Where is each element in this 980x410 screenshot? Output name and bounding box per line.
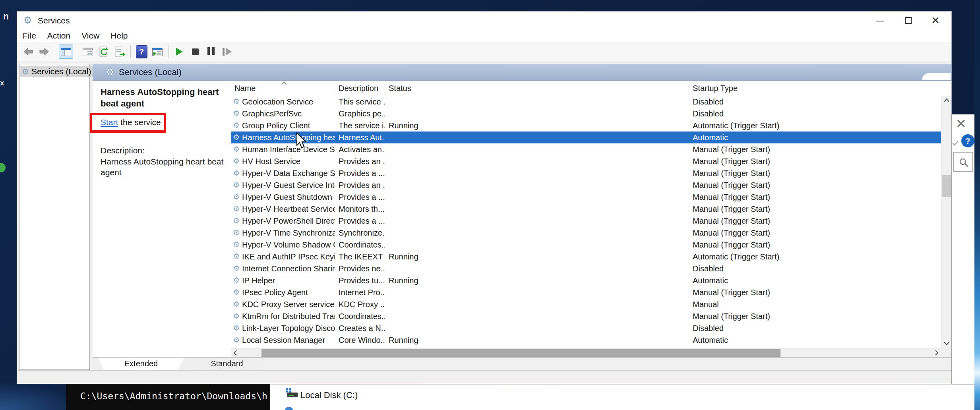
- service-startup-type: Manual (Trigger Start): [689, 143, 941, 155]
- service-description: This service ...: [335, 96, 385, 108]
- service-row[interactable]: ⚙Hyper-V Data Exchange Ser... Provides a…: [231, 167, 941, 179]
- help-button[interactable]: ?: [134, 44, 149, 59]
- service-name: GraphicsPerfSvc: [242, 108, 302, 120]
- service-row[interactable]: ⚙Hyper-V Guest Service Inter... Provides…: [231, 179, 941, 191]
- service-row[interactable]: ⚙Hyper-V PowerShell Direct ... Provides …: [231, 215, 941, 227]
- service-gear-icon: ⚙: [233, 334, 240, 346]
- service-name: Link-Layer Topology Discov...: [242, 322, 335, 334]
- tree-item-services-local[interactable]: ⚙ Services (Local): [20, 66, 95, 77]
- terminal-window[interactable]: C:\Users\Administrator\Downloads\harn: [66, 384, 270, 410]
- service-startup-type: Automatic (Trigger Start): [689, 251, 941, 263]
- scroll-down-icon[interactable]: [943, 342, 950, 346]
- service-row[interactable]: ⚙IPsec Policy Agent Internet Pro... Manu…: [231, 286, 941, 298]
- console-tree-icon: [61, 48, 71, 56]
- tab-standard[interactable]: Standard: [187, 358, 267, 370]
- horizontal-scroll-thumb[interactable]: [261, 349, 781, 357]
- properties-button[interactable]: [81, 44, 95, 59]
- pause-service-button[interactable]: [204, 44, 218, 59]
- scroll-right-icon[interactable]: [935, 350, 939, 356]
- column-header-name[interactable]: Name: [231, 81, 335, 96]
- refresh-button[interactable]: [97, 44, 111, 59]
- service-name: Hyper-V Guest Shutdown S...: [242, 191, 335, 203]
- maximize-button[interactable]: [894, 12, 923, 30]
- service-name: Hyper-V Heartbeat Service: [242, 203, 335, 215]
- desktop-icon-fragment: [0, 163, 6, 172]
- stop-service-button[interactable]: [188, 44, 202, 59]
- service-status: [385, 179, 689, 191]
- service-name: KDC Proxy Server service (K...: [242, 298, 335, 310]
- start-service-button[interactable]: [172, 44, 186, 59]
- service-name: Hyper-V Volume Shadow C...: [242, 239, 335, 251]
- service-row[interactable]: ⚙GraphicsPerfSvc Graphics pe... Disabled: [231, 108, 941, 120]
- service-name: Internet Connection Sharin...: [242, 263, 335, 275]
- column-header-status[interactable]: Status: [385, 81, 689, 96]
- extended-view-button[interactable]: [150, 44, 165, 59]
- service-row[interactable]: ⚙Hyper-V Time Synchronizati... Synchroni…: [231, 227, 941, 239]
- service-row[interactable]: ⚙Group Policy Client The service i... Ru…: [231, 120, 941, 132]
- service-row[interactable]: ⚙KDC Proxy Server service (K... KDC Prox…: [231, 298, 941, 310]
- service-status: Running: [385, 334, 689, 346]
- help-icon[interactable]: ?: [961, 134, 974, 147]
- service-description: Creates a N...: [335, 322, 385, 334]
- menu-file[interactable]: File: [17, 31, 42, 41]
- service-row[interactable]: ⚙Link-Layer Topology Discov... Creates a…: [231, 322, 941, 334]
- scroll-left-icon[interactable]: [233, 350, 237, 356]
- service-row[interactable]: ⚙IKE and AuthIP IPsec Keying... The IKEE…: [231, 251, 941, 263]
- horizontal-scrollbar[interactable]: [231, 348, 951, 357]
- export-list-icon: [114, 46, 125, 57]
- close-button[interactable]: ×: [923, 12, 951, 30]
- column-header-description[interactable]: Description: [335, 81, 385, 96]
- service-description: KDC Proxy ...: [335, 298, 385, 310]
- service-row[interactable]: ⚙Hyper-V Volume Shadow C... Coordinates.…: [231, 239, 941, 251]
- service-row[interactable]: ⚙Harness AutoStopping hear... Harness Au…: [231, 132, 941, 143]
- vertical-scroll-thumb[interactable]: [942, 175, 951, 197]
- scroll-up-icon[interactable]: [943, 98, 950, 102]
- menu-action[interactable]: Action: [42, 31, 76, 41]
- back-button[interactable]: [21, 44, 35, 59]
- service-name: IP Helper: [242, 275, 275, 286]
- play-icon: [176, 48, 183, 56]
- service-row[interactable]: ⚙Internet Connection Sharin... Provides …: [231, 263, 941, 275]
- service-row[interactable]: ⚙Local Session Manager Core Windo... Run…: [231, 334, 941, 346]
- close-icon[interactable]: ×: [956, 114, 966, 133]
- service-description: Activates an...: [335, 143, 385, 155]
- title-bar[interactable]: ⚙ Services ×: [17, 12, 951, 30]
- minimize-button[interactable]: [866, 12, 894, 30]
- column-header-startup-type[interactable]: Startup Type: [689, 81, 941, 96]
- service-row[interactable]: ⚙KtmRm for Distributed Tran... Coordinat…: [231, 310, 941, 322]
- banner-services-icon: ⚙: [106, 67, 114, 77]
- service-row[interactable]: ⚙Geolocation Service This service ... Di…: [231, 96, 941, 108]
- service-startup-type: Manual (Trigger Start): [689, 239, 941, 251]
- forward-button[interactable]: [37, 44, 51, 59]
- pause-icon: [206, 47, 216, 56]
- service-row[interactable]: ⚙HV Host Service Provides an ... Manual …: [231, 155, 941, 167]
- background-window-edge[interactable]: × ?: [952, 114, 974, 410]
- desktop-icon-label-fragment: x: [0, 79, 4, 87]
- menu-help[interactable]: Help: [105, 31, 133, 41]
- restart-service-button[interactable]: [220, 44, 234, 59]
- export-list-button[interactable]: [112, 44, 127, 59]
- banner-title: Services (Local): [119, 67, 182, 77]
- show-console-tree-button[interactable]: [59, 44, 73, 59]
- service-row[interactable]: ⚙Human Interface Device Ser... Activates…: [231, 143, 941, 155]
- toolbar-separator: [77, 45, 77, 58]
- search-button[interactable]: [953, 152, 973, 172]
- service-row[interactable]: ⚙IP Helper Provides tu... Running Automa…: [231, 275, 941, 286]
- close-icon: ×: [932, 12, 939, 28]
- services-list: Name Description Status Startup Type ⚙Ge…: [231, 81, 951, 348]
- service-row[interactable]: ⚙Hyper-V Guest Shutdown S... Provides a …: [231, 191, 941, 203]
- service-row[interactable]: ⚙Hyper-V Heartbeat Service Monitors th..…: [231, 203, 941, 215]
- service-status: Running: [385, 251, 689, 263]
- service-status: [385, 132, 689, 143]
- services-node-icon: ⚙: [22, 67, 29, 76]
- service-status: [385, 155, 689, 167]
- services-window: ⚙ Services × File Action View Help: [17, 11, 952, 384]
- tab-extended[interactable]: Extended: [98, 358, 184, 370]
- drive-label[interactable]: Local Disk (C:): [300, 390, 358, 400]
- service-status: [385, 191, 689, 203]
- service-name: Hyper-V PowerShell Direct ...: [242, 215, 335, 227]
- explorer-flyout[interactable]: Local Disk (C:): [270, 384, 974, 410]
- vertical-scrollbar[interactable]: [941, 96, 951, 348]
- menu-view[interactable]: View: [76, 31, 105, 41]
- service-gear-icon: ⚙: [233, 96, 240, 108]
